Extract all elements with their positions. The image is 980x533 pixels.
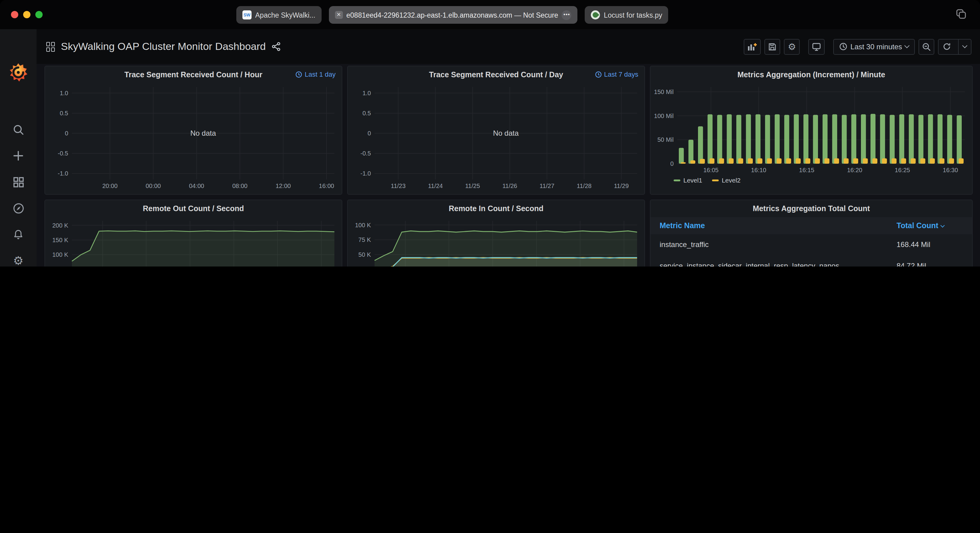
table-row: instance_traffic168.44 Mil	[651, 234, 972, 255]
refresh-dashboard-button[interactable]	[939, 39, 955, 54]
metrics-aggregation-chart: 16:0516:1016:1516:2016:2516:30150 Mil100…	[651, 82, 972, 174]
legend-label: Level1	[683, 176, 702, 185]
remote-out-chart: 16:0516:1016:1516:2016:2516:30200 K150 K…	[45, 216, 342, 266]
metric-name-cell: service_instance_sidecar_internal_resp_l…	[660, 262, 897, 266]
total-count-cell: 168.44 Mil	[897, 241, 963, 249]
svg-text:16:30: 16:30	[943, 167, 958, 173]
tab-label: Locust for tasks.py	[604, 11, 662, 19]
panel-remote-out: Remote Out Count / Second 16:0516:1016:1…	[45, 200, 342, 266]
dashboard-header: SkyWalking OAP Cluster Monitor Dashboard…	[37, 29, 980, 64]
panel-title[interactable]: Metrics Aggregation Total Count	[651, 200, 972, 216]
dashboard-settings-button[interactable]: ⚙	[784, 39, 800, 54]
tab-overview-icon[interactable]	[956, 8, 967, 19]
table-row: service_instance_sidecar_internal_resp_l…	[651, 255, 972, 266]
svg-text:16:15: 16:15	[799, 167, 815, 173]
grafana-logo[interactable]	[8, 62, 29, 83]
panel-title[interactable]: Remote Out Count / Second	[45, 200, 342, 216]
svg-text:50 K: 50 K	[358, 251, 371, 258]
svg-text:16:00: 16:00	[319, 182, 334, 189]
table-header-row: Metric Name Total Count	[651, 217, 972, 234]
tab-more-icon[interactable]: •••	[562, 10, 572, 20]
panel-remote-in: Remote In Count / Second 16:0516:1016:15…	[347, 200, 645, 266]
svg-text:-0.5: -0.5	[361, 150, 371, 157]
save-dashboard-button[interactable]	[765, 39, 781, 54]
tab-apache-skywalking[interactable]: SW Apache SkyWalki...	[236, 6, 321, 24]
dashboards-icon[interactable]	[11, 175, 25, 189]
tab-active-url[interactable]: ✕ e0881eed4-22961232.ap-east-1.elb.amazo…	[329, 6, 578, 24]
skywalking-favicon: SW	[242, 10, 251, 19]
panel-trace-segment-day: Trace Segment Received Count / Day Last …	[347, 66, 645, 195]
add-panel-button[interactable]	[744, 39, 761, 54]
svg-text:16:10: 16:10	[751, 167, 766, 173]
svg-text:1.0: 1.0	[363, 90, 371, 97]
panel-title[interactable]: Remote In Count / Second	[348, 200, 644, 216]
total-count-cell: 84.72 Mil	[897, 262, 963, 266]
svg-text:0: 0	[368, 130, 371, 136]
window-controls	[11, 11, 43, 18]
svg-text:0: 0	[670, 160, 674, 167]
sort-chevron-icon	[940, 223, 944, 227]
svg-text:11/24: 11/24	[428, 182, 443, 189]
panel-title[interactable]: Metrics Aggregation (Increment) / Minute	[651, 66, 972, 82]
time-range-label: Last 30 minutes	[851, 42, 902, 51]
time-shift-badge[interactable]: Last 1 day	[295, 71, 336, 78]
svg-text:08:00: 08:00	[232, 182, 248, 189]
svg-text:11/23: 11/23	[391, 182, 406, 189]
trace-day-chart: 11/2311/2411/2511/2611/2711/2811/291.00.…	[348, 82, 644, 190]
refresh-button-group	[938, 39, 972, 54]
panel-metrics-aggregation: Metrics Aggregation (Increment) / Minute…	[650, 66, 973, 195]
search-icon[interactable]	[11, 123, 25, 136]
svg-text:00:00: 00:00	[146, 182, 161, 189]
svg-text:No data: No data	[190, 129, 216, 137]
dashboard-squares-icon[interactable]	[46, 42, 55, 51]
legend-item[interactable]: Level2	[712, 176, 741, 185]
column-header-total-count[interactable]: Total Count	[897, 222, 963, 230]
svg-text:50 Mil: 50 Mil	[657, 136, 674, 143]
svg-text:100 K: 100 K	[52, 251, 68, 258]
tab-label: e0881eed4-22961232.ap-east-1.elb.amazona…	[346, 11, 558, 19]
grafana-sidebar: ⚙ ?	[0, 29, 37, 266]
close-window-button[interactable]	[11, 11, 18, 18]
svg-text:-1.0: -1.0	[58, 170, 68, 177]
panel-title[interactable]: Trace Segment Received Count / Day Last …	[348, 66, 644, 82]
page-title: SkyWalking OAP Cluster Monitor Dashboard	[61, 40, 266, 52]
minimize-window-button[interactable]	[23, 11, 30, 18]
close-tab-icon[interactable]: ✕	[335, 11, 343, 19]
tab-locust[interactable]: Locust for tasks.py	[585, 6, 668, 24]
svg-text:0: 0	[65, 130, 68, 136]
svg-text:16:25: 16:25	[895, 167, 910, 173]
svg-text:50 K: 50 K	[56, 266, 68, 266]
create-plus-icon[interactable]	[11, 149, 25, 162]
svg-text:100 Mil: 100 Mil	[654, 113, 674, 119]
svg-text:16:05: 16:05	[703, 167, 718, 173]
svg-text:100 K: 100 K	[355, 222, 371, 228]
legend-color-swatch	[712, 180, 719, 181]
panel-title[interactable]: Trace Segment Received Count / Hour Last…	[45, 66, 342, 82]
svg-text:150 K: 150 K	[52, 237, 68, 243]
svg-text:75 K: 75 K	[358, 236, 371, 243]
locust-favicon	[591, 10, 600, 19]
time-shift-badge[interactable]: Last 7 days	[595, 71, 638, 78]
zoom-window-button[interactable]	[35, 11, 43, 18]
svg-text:11/25: 11/25	[465, 182, 480, 189]
chart-legend: Level1Level2	[651, 174, 972, 194]
remote-in-chart: 16:0516:1016:1516:2016:2516:30100 K75 K5…	[348, 216, 644, 266]
refresh-interval-dropdown[interactable]	[958, 39, 971, 54]
svg-text:11/29: 11/29	[614, 182, 629, 189]
svg-text:04:00: 04:00	[189, 182, 204, 189]
panel-trace-segment-hour: Trace Segment Received Count / Hour Last…	[45, 66, 342, 195]
zoom-out-time-button[interactable]	[918, 39, 934, 54]
legend-item[interactable]: Level1	[674, 176, 702, 185]
trace-hour-chart: 20:0000:0004:0008:0012:0016:001.00.50-0.…	[45, 82, 342, 190]
explore-compass-icon[interactable]	[11, 201, 25, 215]
column-header-metric-name[interactable]: Metric Name	[660, 222, 897, 230]
configuration-gear-icon[interactable]: ⚙	[11, 254, 25, 266]
time-range-picker[interactable]: Last 30 minutes	[834, 39, 915, 54]
share-icon[interactable]	[272, 42, 281, 51]
alerting-bell-icon[interactable]	[11, 228, 25, 241]
svg-text:20:00: 20:00	[102, 182, 118, 189]
chevron-down-icon	[904, 43, 910, 48]
legend-label: Level2	[722, 176, 741, 185]
cycle-view-mode-button[interactable]	[808, 39, 825, 54]
svg-text:150 Mil: 150 Mil	[654, 89, 674, 95]
